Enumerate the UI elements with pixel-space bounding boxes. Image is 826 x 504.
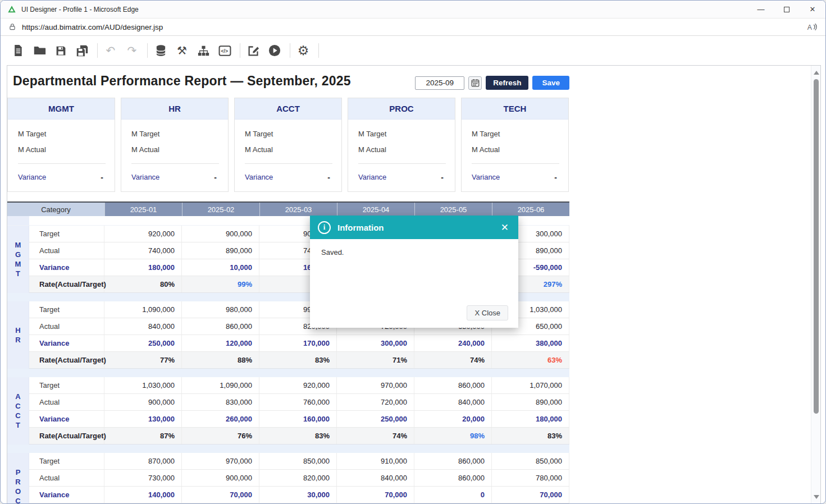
card-actual-label: M Actual: [245, 145, 332, 154]
new-document-icon[interactable]: [11, 43, 25, 58]
cell-acct-variance-2025-01: 130,000: [104, 411, 182, 427]
cell-hr-variance-2025-04: 300,000: [337, 335, 414, 351]
toolbar-separator: [290, 43, 290, 58]
dialog-close-button[interactable]: X Close: [467, 305, 508, 320]
column-header-month: 2025-06: [492, 203, 569, 216]
date-input[interactable]: [415, 76, 464, 90]
table-row-acct-rate: Rate(Actual/Target)87%76%83%74%98%83%: [29, 428, 569, 445]
cell-acct-target-2025-05: 860,000: [414, 377, 492, 393]
row-label: Rate(Actual/Target): [29, 352, 104, 368]
table-row-hr-rate: Rate(Actual/Target)77%88%83%71%74%63%: [29, 352, 569, 369]
code-icon[interactable]: </>: [217, 43, 232, 58]
table-group-proc: PROCTarget870,000970,000850,000910,00086…: [7, 453, 569, 504]
undo-icon: ↶: [103, 43, 118, 58]
cell-acct-target-2025-02: 1,090,000: [182, 377, 259, 393]
cell-mgmt-rate-2025-02: 99%: [182, 276, 259, 292]
card-proc: PROC M Target M Actual Variance-: [348, 98, 455, 192]
table-group-acct: ACCTTarget1,030,0001,090,000920,000970,0…: [7, 377, 569, 445]
database-icon[interactable]: [153, 43, 168, 58]
cell-mgmt-actual-2025-01: 740,000: [104, 242, 182, 259]
card-variance-value: -: [327, 173, 332, 182]
cell-hr-variance-2025-06: 380,000: [492, 335, 569, 351]
save-icon[interactable]: [53, 43, 68, 58]
cell-hr-target-2025-02: 980,000: [182, 301, 259, 318]
run-icon[interactable]: [267, 43, 282, 58]
card-variance-label: Variance: [358, 173, 386, 182]
page-title: Departmental Performance Report — Septem…: [13, 74, 351, 89]
open-folder-icon[interactable]: [32, 43, 47, 58]
cell-proc-actual-2025-01: 730,000: [104, 470, 182, 486]
refresh-button[interactable]: Refresh: [486, 76, 528, 90]
cell-proc-variance-2025-02: 70,000: [182, 487, 259, 503]
cell-hr-variance-2025-02: 120,000: [182, 335, 259, 351]
maximize-button[interactable]: [774, 1, 800, 18]
cell-acct-actual-2025-01: 900,000: [104, 394, 182, 410]
cell-acct-actual-2025-05: 840,000: [414, 394, 492, 410]
close-button[interactable]: ✕: [800, 1, 825, 18]
table-row-acct-target: Target1,030,0001,090,000920,000970,00086…: [29, 377, 569, 394]
title-bar: UI Designer - Profile 1 - Microsoft Edge…: [1, 1, 825, 19]
dialog-close-icon[interactable]: ✕: [499, 222, 510, 233]
card-variance-label: Variance: [18, 173, 46, 182]
tools-icon[interactable]: ⚒: [175, 43, 189, 58]
table-row-proc-actual: Actual730,000900,000820,000840,000860,00…: [29, 470, 569, 487]
row-label: Target: [29, 226, 104, 242]
column-header-month: 2025-01: [104, 203, 182, 216]
vertical-scrollbar[interactable]: [811, 66, 820, 504]
cell-hr-variance-2025-01: 250,000: [104, 335, 182, 351]
cell-acct-rate-2025-03: 83%: [259, 428, 337, 444]
cell-acct-variance-2025-05: 20,000: [414, 411, 492, 427]
designer-toolbar: ↶ ↷ ⚒ </> ⚙: [1, 36, 825, 65]
cell-mgmt-target-2025-02: 900,000: [182, 226, 259, 242]
group-label-acct: ACCT: [7, 377, 29, 445]
cell-proc-variance-2025-06: 70,000: [492, 487, 569, 503]
card-variance-value: -: [441, 173, 446, 182]
url-text: https://aud.bimatrix.com/AUD/designer.js…: [22, 23, 163, 31]
cell-mgmt-variance-2025-01: 180,000: [104, 259, 182, 276]
cell-hr-rate-2025-02: 88%: [182, 352, 259, 368]
table-row-acct-actual: Actual900,000830,000760,000720,000840,00…: [29, 394, 569, 411]
card-mgmt: MGMT M Target M Actual Variance-: [7, 98, 115, 192]
cell-hr-rate-2025-06: 63%: [492, 352, 569, 368]
table-group-spacer: [7, 369, 569, 377]
card-variance-label: Variance: [245, 173, 273, 182]
scrollbar-thumb[interactable]: [814, 79, 819, 414]
edit-icon[interactable]: [246, 43, 261, 58]
card-title: HR: [121, 98, 228, 120]
cell-acct-rate-2025-05: 98%: [414, 428, 492, 444]
card-target-label: M Target: [18, 130, 106, 138]
cell-acct-target-2025-04: 970,000: [337, 377, 414, 393]
cell-acct-variance-2025-04: 250,000: [337, 411, 414, 427]
scroll-down-arrow-icon[interactable]: [814, 495, 819, 499]
sitemap-icon[interactable]: [196, 43, 211, 58]
save-button[interactable]: Save: [532, 76, 569, 90]
calendar-button[interactable]: [468, 76, 482, 90]
cell-hr-actual-2025-01: 840,000: [104, 318, 182, 335]
card-title: PROC: [348, 98, 455, 120]
table-header-row: Category 2025-01 2025-02 2025-03 2025-04…: [7, 201, 569, 216]
information-dialog: i Information ✕ Saved. X Close: [310, 216, 518, 328]
table-group-spacer: [7, 445, 569, 453]
cell-acct-target-2025-01: 1,030,000: [104, 377, 182, 393]
cell-acct-actual-2025-03: 760,000: [259, 394, 337, 410]
column-header-month: 2025-04: [337, 203, 414, 216]
settings-icon[interactable]: ⚙: [296, 43, 311, 58]
cell-proc-actual-2025-02: 900,000: [182, 470, 259, 486]
card-target-label: M Target: [131, 130, 219, 138]
save-all-icon[interactable]: [75, 43, 89, 58]
cell-hr-rate-2025-05: 74%: [414, 352, 492, 368]
url-bar[interactable]: https://aud.bimatrix.com/AUD/designer.js…: [1, 19, 825, 36]
read-aloud-icon[interactable]: A: [806, 22, 818, 32]
cell-acct-actual-2025-04: 720,000: [337, 394, 414, 410]
card-title: TECH: [462, 98, 568, 120]
cell-hr-variance-2025-05: 240,000: [414, 335, 492, 351]
minimize-button[interactable]: —: [748, 1, 774, 18]
scroll-up-arrow-icon[interactable]: [814, 71, 819, 75]
row-label: Target: [29, 377, 104, 393]
cell-acct-rate-2025-04: 74%: [337, 428, 414, 444]
column-header-month: 2025-05: [414, 203, 492, 216]
dialog-title: Information: [337, 223, 384, 232]
toolbar-separator: [240, 43, 240, 58]
window-title: UI Designer - Profile 1 - Microsoft Edge: [21, 6, 139, 13]
cell-proc-target-2025-02: 970,000: [182, 453, 259, 469]
